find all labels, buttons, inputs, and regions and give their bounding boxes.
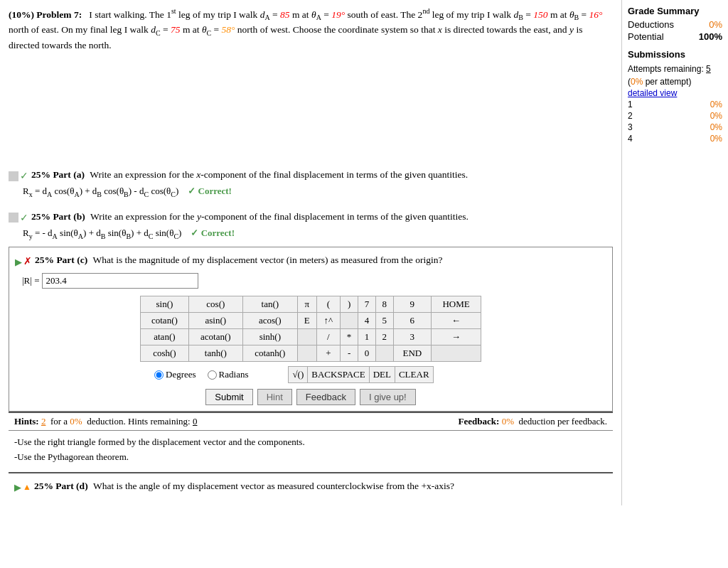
calc-left-arrow[interactable]: ← (432, 313, 481, 329)
calc-table: sin() cos() tan() π ( ) 7 8 9 HOME cotan… (140, 296, 481, 362)
calc-tan[interactable]: tan() (242, 296, 297, 313)
calc-empty1 (341, 313, 358, 329)
hints-right: Feedback: 0% deduction per feedback. (459, 416, 607, 427)
radians-text: Radians (219, 369, 249, 380)
degrees-text: Degrees (166, 369, 196, 380)
attempt-val-4: 0% (710, 134, 722, 144)
calc-home[interactable]: HOME (432, 296, 481, 313)
calc-sin[interactable]: sin() (141, 296, 189, 313)
sidebar: Grade Summary Deductions 0% Potential 10… (622, 0, 728, 505)
calc-rparen[interactable]: ) (341, 296, 358, 313)
calc-end[interactable]: END (393, 345, 431, 362)
hints-bar: Hints: 2 for a 0% deduction. Hints remai… (9, 412, 613, 431)
attempts-text: Attempts remaining: 5 (0% per attempt) (628, 63, 722, 88)
calc-4[interactable]: 4 (358, 313, 375, 329)
calc-del[interactable]: DEL (369, 367, 395, 383)
calc-cos[interactable]: cos() (188, 296, 242, 313)
radio-row: Degrees Radians √() BACKSPACE DEL CLEAR (154, 366, 481, 383)
calc-cosh[interactable]: cosh() (141, 345, 189, 362)
calc-minus[interactable]: - (341, 345, 358, 362)
answer-row: |R| = (22, 273, 606, 289)
part-b-formula: Ry = - dA sin(θA) + dB sin(θB) + dC sin(… (23, 227, 613, 240)
part-d-play-icon: ▶ (14, 481, 21, 495)
calc-cotanh[interactable]: cotanh() (242, 345, 297, 362)
calc-backspace[interactable]: BACKSPACE (308, 367, 369, 383)
part-d-question: What is the angle of my displacement vec… (93, 479, 454, 493)
attempt-row-1: 1 0% (628, 100, 722, 109)
detailed-view-link[interactable]: detailed view (628, 88, 722, 98)
radians-label[interactable]: Radians (208, 369, 249, 380)
calc-lparen[interactable]: ( (316, 296, 340, 313)
attempt-row-4: 4 0% (628, 134, 722, 144)
part-a-question: Write an expression for the x-component … (90, 168, 468, 182)
calc-right-arrow[interactable]: → (432, 329, 481, 345)
part-a-section: ✓ 25% Part (a) Write an expression for t… (9, 164, 613, 198)
problem-weight: (10%) Problem 7: (9, 9, 82, 20)
potential-row: Potential 100% (628, 31, 722, 42)
calc-3[interactable]: 3 (393, 329, 431, 345)
submissions-title: Submissions (628, 49, 722, 60)
part-d-section: ▶ ▲ 25% Part (d) What is the angle of my… (9, 472, 613, 500)
calc-cotan[interactable]: cotan() (141, 313, 189, 329)
potential-value: 100% (699, 31, 722, 42)
give-up-button[interactable]: I give up! (360, 389, 416, 405)
calc-pi[interactable]: π (297, 296, 316, 313)
calc-exp[interactable]: ↑^ (316, 313, 340, 329)
calc-9[interactable]: 9 (393, 296, 431, 313)
calc-empty5 (432, 345, 481, 362)
calc-0[interactable]: 0 (358, 345, 375, 362)
hints-left: Hints: 2 for a 0% deduction. Hints remai… (14, 416, 197, 427)
calc-acos[interactable]: acos() (242, 313, 297, 329)
answer-input[interactable] (42, 273, 198, 289)
part-c-question: What is the magnitude of my displacement… (93, 253, 443, 267)
degrees-label[interactable]: Degrees (154, 369, 196, 380)
grade-summary-title: Grade Summary (628, 6, 722, 16)
calc-2[interactable]: 2 (375, 329, 393, 345)
calc-5[interactable]: 5 (375, 313, 393, 329)
attempt-row-2: 2 0% (628, 111, 722, 121)
calc-1[interactable]: 1 (358, 329, 375, 345)
part-b-question: Write an expression for the y-component … (90, 210, 469, 224)
calc-sinh[interactable]: sinh() (242, 329, 297, 345)
answer-label: |R| = (22, 275, 39, 286)
calc-asin[interactable]: asin() (188, 313, 242, 329)
part-a-label: 25% Part (a) (31, 168, 87, 182)
part-a-check-icon: ✓ (20, 168, 28, 183)
attempt-row-3: 3 0% (628, 122, 722, 132)
part-c-section: ▶ ✗ 25% Part (c) What is the magnitude o… (9, 247, 613, 412)
hint-button[interactable]: Hint (257, 389, 292, 405)
deductions-value: 0% (709, 19, 722, 30)
calc-divide[interactable]: / (316, 329, 340, 345)
calc-7[interactable]: 7 (358, 296, 375, 313)
part-a-formula: Rx = dA cos(θA) + dB cos(θB) - dC cos(θC… (23, 186, 613, 198)
calc-e[interactable]: E (297, 313, 316, 329)
feedback-button[interactable]: Feedback (296, 389, 355, 405)
part-b-correct: ✓ Correct! (191, 227, 235, 238)
calc-atan[interactable]: atan() (141, 329, 189, 345)
calc-empty4 (375, 345, 393, 362)
submit-button[interactable]: Submit (205, 389, 252, 405)
calc-clear[interactable]: CLEAR (395, 367, 433, 383)
part-a-icon-square (9, 171, 18, 181)
degrees-radio[interactable] (154, 370, 164, 380)
calc-8[interactable]: 8 (375, 296, 393, 313)
feedback-pct: 0% (502, 416, 514, 427)
calc-sqrt[interactable]: √() (289, 367, 308, 383)
hint-line-1: -Use the right triangle formed by the di… (14, 435, 607, 450)
calc-tanh[interactable]: tanh() (188, 345, 242, 362)
problem-text: (10%) Problem 7: I start walking. The 1s… (9, 6, 613, 53)
button-row: Submit Hint Feedback I give up! (140, 389, 481, 405)
calc-multiply[interactable]: * (341, 329, 358, 345)
hint-line-2: -Use the Pythagorean theorem. (14, 450, 607, 465)
calc-plus[interactable]: + (316, 345, 340, 362)
sqrt-btn[interactable]: √() BACKSPACE DEL CLEAR (288, 366, 433, 383)
calc-acotan[interactable]: acotan() (188, 329, 242, 345)
radians-radio[interactable] (208, 370, 217, 380)
part-d-triangle-icon: ▲ (23, 481, 31, 493)
calc-6[interactable]: 6 (393, 313, 431, 329)
hints-count[interactable]: 2 (41, 416, 46, 427)
part-b-check-icon: ✓ (20, 210, 28, 225)
attempt-val-1: 0% (710, 100, 722, 109)
deductions-label: Deductions (628, 19, 674, 30)
attempt-num-3: 3 (628, 122, 633, 132)
